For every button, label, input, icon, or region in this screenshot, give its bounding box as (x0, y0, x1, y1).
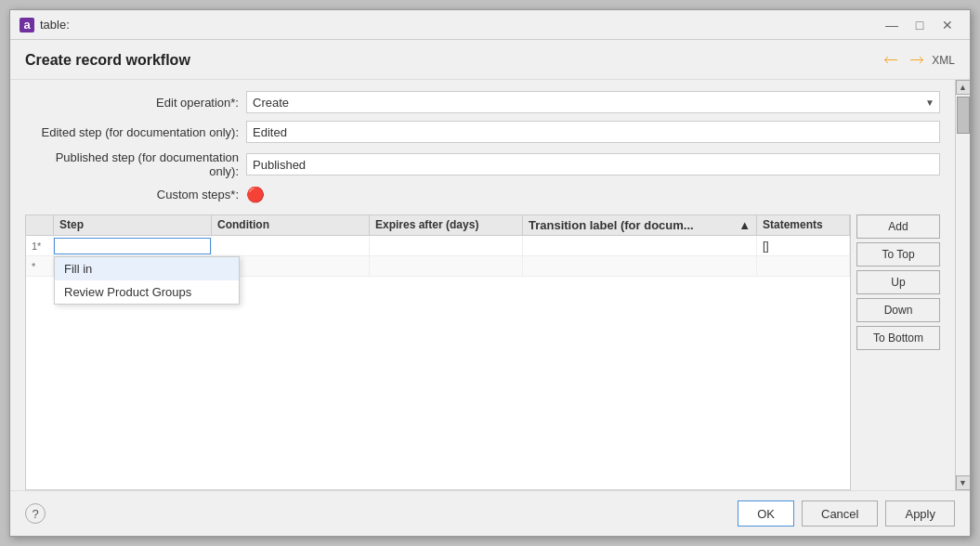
dropdown-item-review[interactable]: Review Product Groups (55, 280, 239, 304)
edited-step-row: Edited step (for documentation only): (25, 121, 940, 143)
forward-button[interactable]: 🡒 (906, 49, 928, 72)
to-bottom-button[interactable]: To Bottom (856, 326, 940, 350)
app-icon: a (20, 18, 34, 32)
published-step-input[interactable] (246, 153, 940, 176)
form-section: Edit operation*: Create ▼ Edited step (f… (10, 80, 955, 214)
statements-cell-new[interactable] (757, 256, 850, 276)
col-transition: Transition label (for docum... ▲ (523, 215, 757, 235)
step-input-1[interactable] (54, 238, 211, 254)
step-dropdown: Fill in Review Product Groups (54, 256, 240, 305)
edit-operation-label: Edit operation*: (25, 96, 239, 110)
cancel-button[interactable]: Cancel (802, 500, 878, 526)
steps-table: Step Condition Expires after (days) Tran… (25, 214, 851, 490)
maximize-button[interactable]: □ (907, 15, 933, 35)
vertical-scrollbar: ▲ ▼ (955, 80, 970, 490)
main-window: a table: — □ ✕ Create record workflow 🡐 … (9, 9, 971, 537)
scroll-up-button[interactable]: ▲ (956, 80, 971, 95)
up-button[interactable]: Up (856, 270, 940, 294)
condition-cell-1[interactable] (212, 236, 370, 255)
add-button[interactable]: Add (856, 214, 940, 239)
statements-cell-1[interactable]: [] (757, 236, 850, 255)
custom-steps-label: Custom steps*: (25, 186, 239, 202)
edited-step-label: Edited step (for documentation only): (25, 125, 239, 139)
ok-button[interactable]: OK (738, 500, 794, 526)
col-expires: Expires after (days) (370, 215, 523, 235)
edit-operation-select-wrapper: Create ▼ (246, 91, 940, 113)
expires-cell-new[interactable] (370, 256, 523, 276)
close-button[interactable]: ✕ (934, 15, 960, 35)
step-cell-1[interactable]: Fill in Review Product Groups (54, 236, 212, 255)
apply-button[interactable]: Apply (885, 500, 955, 526)
table-sidebar: Add To Top Up Down To Bottom (856, 214, 940, 490)
edit-operation-select[interactable]: Create (246, 91, 940, 113)
scroll-down-button[interactable]: ▼ (956, 475, 971, 490)
error-icon: 🔴 (246, 186, 265, 203)
edit-operation-row: Edit operation*: Create ▼ (25, 91, 940, 113)
footer-left: ? (25, 503, 730, 524)
transition-cell-1[interactable] (523, 236, 757, 255)
sort-icon[interactable]: ▲ (738, 218, 751, 232)
row-num-1: 1* (26, 236, 54, 255)
dropdown-item-fill-in[interactable]: Fill in (55, 257, 239, 280)
published-step-row: Published step (for documentation only): (25, 150, 940, 178)
back-button[interactable]: 🡐 (880, 49, 902, 72)
down-button[interactable]: Down (856, 298, 940, 322)
published-step-label: Published step (for documentation only): (25, 150, 239, 178)
col-statements: Statements (757, 215, 850, 235)
minimize-button[interactable]: — (879, 15, 905, 35)
table-row: 1* Fill in Review Product Groups (26, 236, 850, 256)
title-bar: a table: — □ ✕ (10, 10, 970, 40)
dialog-footer: ? OK Cancel Apply (10, 490, 970, 536)
expires-cell-1[interactable] (370, 236, 523, 255)
col-condition: Condition (212, 215, 370, 235)
col-num (26, 215, 54, 235)
edited-step-input[interactable] (246, 121, 940, 143)
dialog-header: Create record workflow 🡐 🡒 XML (10, 40, 970, 80)
custom-steps-row: Custom steps*: 🔴 (25, 186, 940, 203)
window-title: table: (40, 18, 70, 32)
help-button[interactable]: ? (25, 503, 46, 524)
content-area: Edit operation*: Create ▼ Edited step (f… (10, 80, 970, 490)
title-bar-left: a table: (20, 18, 70, 32)
scroll-thumb[interactable] (957, 97, 970, 134)
transition-cell-new[interactable] (523, 256, 757, 276)
row-num-new: * (26, 256, 54, 276)
table-header: Step Condition Expires after (days) Tran… (26, 215, 850, 236)
table-body: 1* Fill in Review Product Groups (26, 236, 850, 489)
to-top-button[interactable]: To Top (856, 242, 940, 266)
xml-button[interactable]: XML (932, 54, 955, 67)
dialog-title: Create record workflow (25, 52, 190, 69)
main-panel: Edit operation*: Create ▼ Edited step (f… (10, 80, 955, 490)
window-controls: — □ ✕ (879, 15, 960, 35)
table-area: Step Condition Expires after (days) Tran… (25, 214, 940, 490)
col-step: Step (54, 215, 212, 235)
header-actions: 🡐 🡒 XML (880, 49, 955, 72)
